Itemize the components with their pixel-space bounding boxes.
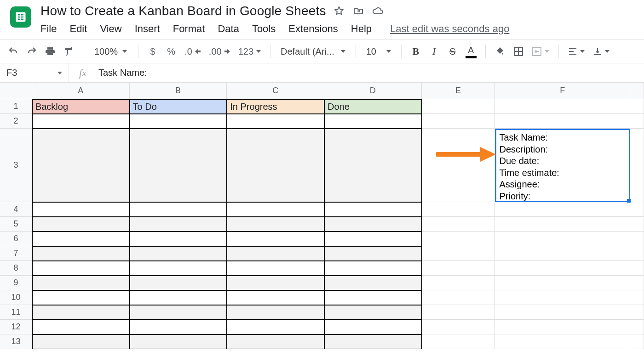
cell-C7[interactable] (227, 246, 324, 261)
cell-B12[interactable] (130, 320, 227, 334)
print-button[interactable] (42, 44, 58, 59)
row-header-12[interactable]: 12 (0, 320, 32, 334)
doc-title[interactable]: How to Create a Kanban Board in Google S… (40, 4, 326, 18)
cell-E7[interactable] (422, 246, 495, 261)
cell-F11[interactable] (495, 305, 630, 320)
cell-F10[interactable] (495, 290, 630, 305)
cell-F9[interactable] (495, 276, 630, 290)
currency-button[interactable]: $ (145, 44, 161, 59)
cell-G7[interactable] (630, 246, 644, 261)
borders-button[interactable] (511, 44, 526, 59)
cell-D3[interactable] (324, 129, 422, 202)
cell-A13[interactable] (32, 334, 130, 349)
menu-extensions[interactable]: Extensions (288, 23, 338, 35)
cell-F2[interactable] (495, 114, 630, 129)
cell-D11[interactable] (324, 305, 422, 320)
cell-A10[interactable] (32, 290, 130, 305)
row-header-10[interactable]: 10 (0, 290, 32, 305)
cell-A7[interactable] (32, 246, 130, 261)
cell-F7[interactable] (495, 246, 630, 261)
cell-A6[interactable] (32, 232, 130, 246)
row-header-9[interactable]: 9 (0, 276, 32, 290)
redo-button[interactable] (24, 44, 40, 59)
cell-F1[interactable] (495, 99, 630, 114)
bold-button[interactable]: B (408, 44, 424, 59)
cell-A1[interactable]: Backlog (32, 99, 130, 114)
cell-A5[interactable] (32, 217, 130, 232)
col-header-next[interactable] (630, 83, 644, 99)
more-formats-button[interactable]: 123 (236, 44, 264, 59)
name-box[interactable]: F3 (0, 63, 69, 82)
row-header-11[interactable]: 11 (0, 305, 32, 320)
decrease-decimal-button[interactable]: .0 (182, 44, 203, 59)
menu-format[interactable]: Format (173, 23, 205, 35)
cell-D10[interactable] (324, 290, 422, 305)
col-header-F[interactable]: F (495, 83, 630, 99)
font-size-select[interactable]: 10 (362, 46, 395, 57)
increase-decimal-button[interactable]: .00 (206, 44, 233, 59)
cell-C9[interactable] (227, 276, 324, 290)
cell-F13[interactable] (495, 334, 630, 349)
cell-A3[interactable] (32, 129, 130, 202)
cell-B5[interactable] (130, 217, 227, 232)
select-all-corner[interactable] (0, 83, 32, 99)
cell-F12[interactable] (495, 320, 630, 334)
cell-F5[interactable] (495, 217, 630, 232)
menu-help[interactable]: Help (351, 23, 372, 35)
row-header-5[interactable]: 5 (0, 217, 32, 232)
row-header-7[interactable]: 7 (0, 246, 32, 261)
cell-C11[interactable] (227, 305, 324, 320)
cell-A11[interactable] (32, 305, 130, 320)
last-edit-link[interactable]: Last edit was seconds ago (390, 23, 509, 35)
cell-F8[interactable] (495, 261, 630, 276)
font-family-select[interactable]: Default (Ari... (277, 46, 349, 57)
cell-E11[interactable] (422, 305, 495, 320)
cell-A9[interactable] (32, 276, 130, 290)
undo-button[interactable] (6, 44, 21, 59)
cell-A4[interactable] (32, 202, 130, 217)
menu-tools[interactable]: Tools (252, 23, 276, 35)
paint-format-button[interactable] (61, 44, 76, 59)
cell-G3[interactable] (630, 129, 644, 202)
cell-B2[interactable] (130, 114, 227, 129)
menu-view[interactable]: View (100, 23, 121, 35)
cell-D6[interactable] (324, 232, 422, 246)
menu-file[interactable]: File (40, 23, 57, 35)
cell-D1[interactable]: Done (324, 99, 422, 114)
cell-G13[interactable] (630, 334, 644, 349)
cell-B8[interactable] (130, 261, 227, 276)
cell-E1[interactable] (422, 99, 495, 114)
cell-D4[interactable] (324, 202, 422, 217)
row-header-8[interactable]: 8 (0, 261, 32, 276)
row-header-13[interactable]: 13 (0, 334, 32, 349)
cell-C4[interactable] (227, 202, 324, 217)
row-header-4[interactable]: 4 (0, 202, 32, 217)
cell-F4[interactable] (495, 202, 630, 217)
cell-A8[interactable] (32, 261, 130, 276)
col-header-B[interactable]: B (130, 83, 227, 99)
row-header-2[interactable]: 2 (0, 114, 32, 129)
cell-E12[interactable] (422, 320, 495, 334)
zoom-select[interactable]: 100% (90, 46, 132, 57)
percent-button[interactable]: % (163, 44, 179, 59)
cell-E4[interactable] (422, 202, 495, 217)
cell-E3[interactable] (422, 129, 495, 202)
row-header-6[interactable]: 6 (0, 232, 32, 246)
cell-C8[interactable] (227, 261, 324, 276)
cell-C10[interactable] (227, 290, 324, 305)
cell-C5[interactable] (227, 217, 324, 232)
cell-E13[interactable] (422, 334, 495, 349)
move-to-folder-icon[interactable] (352, 5, 365, 17)
spreadsheet-grid[interactable]: 1 Backlog To Do In Progress Done 2 3 Tas… (0, 99, 644, 349)
col-header-E[interactable]: E (422, 83, 495, 99)
col-header-D[interactable]: D (324, 83, 422, 99)
cell-G12[interactable] (630, 320, 644, 334)
cell-B13[interactable] (130, 334, 227, 349)
cell-C3[interactable] (227, 129, 324, 202)
cell-F6[interactable] (495, 232, 630, 246)
col-header-A[interactable]: A (32, 83, 130, 99)
cell-D5[interactable] (324, 217, 422, 232)
cell-A2[interactable] (32, 114, 130, 129)
cell-D8[interactable] (324, 261, 422, 276)
text-color-button[interactable]: A (463, 44, 479, 59)
